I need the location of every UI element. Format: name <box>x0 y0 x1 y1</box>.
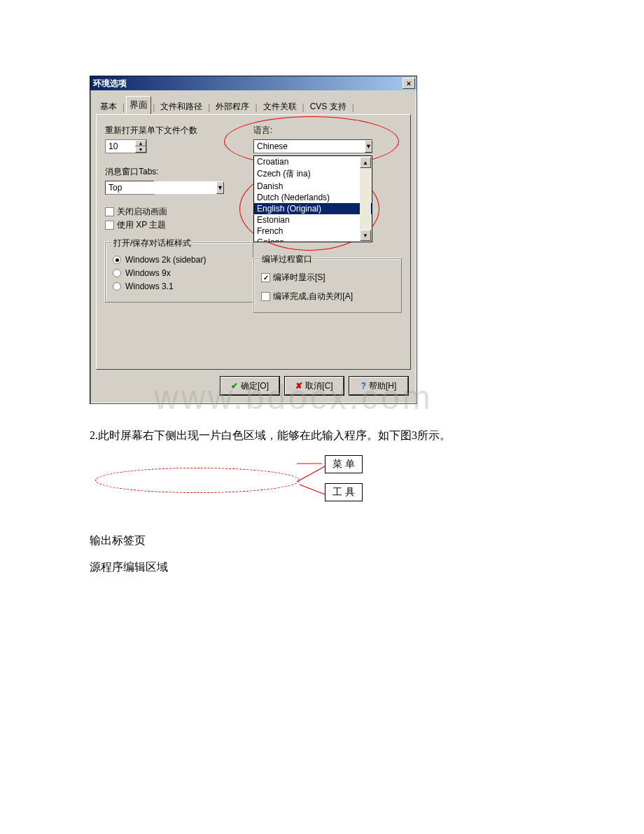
label-output-tab: 输出标签页 <box>90 534 146 548</box>
language-option[interactable]: Galego <box>254 237 372 242</box>
scrollbar[interactable]: ▲ ▼ <box>360 157 371 241</box>
reopen-count-input[interactable] <box>106 140 135 153</box>
tab-bar: 基本 | 界面 | 文件和路径 | 外部程序 | 文件关联 | CVS 支持 | <box>96 96 411 114</box>
chevron-down-icon[interactable]: ▼ <box>216 181 224 194</box>
annotation-dashed-ellipse <box>95 468 300 493</box>
radio-icon[interactable] <box>113 282 121 291</box>
tab-external-programs[interactable]: 外部程序 <box>211 99 253 115</box>
tab-file-assoc[interactable]: 文件关联 <box>259 99 301 115</box>
language-option[interactable]: Czech (蒨 ina) <box>254 167 372 181</box>
help-button[interactable]: ? 帮助[H] <box>349 377 408 395</box>
language-dropdown-list[interactable]: Croatian Czech (蒨 ina) Danish Dutch (Ned… <box>253 155 372 242</box>
msg-tabs-combo[interactable]: ▼ <box>105 181 154 195</box>
tab-interface[interactable]: 界面 <box>126 96 151 114</box>
tab-separator: | <box>301 100 306 114</box>
spin-down-icon[interactable]: ▼ <box>135 146 146 153</box>
group-compile-legend: 编译过程窗口 <box>260 253 314 265</box>
callout-tools-label: 工 具 <box>332 486 355 497</box>
annotation-diagram: 菜 单 工 具 <box>90 455 412 525</box>
environment-options-dialog: 环境选项 × 基本 | 界面 | 文件和路径 | 外部程序 | 文件关联 | C… <box>90 76 417 404</box>
chevron-down-icon[interactable]: ▼ <box>365 140 372 153</box>
language-option[interactable]: Danish <box>254 181 372 192</box>
tab-cvs-support[interactable]: CVS 支持 <box>306 99 351 115</box>
svg-line-2 <box>300 485 325 494</box>
tab-files-paths[interactable]: 文件和路径 <box>156 99 206 115</box>
right-column: 语言: ▼ Croatian Czech (蒨 ina) Danish Du <box>253 125 402 313</box>
radio-win9x-label: Windows 9x <box>125 268 171 278</box>
cancel-label: 取消[C] <box>305 380 332 392</box>
checkbox-icon[interactable]: ✓ <box>261 273 270 282</box>
language-value[interactable] <box>254 140 365 153</box>
chk-close-splash-row[interactable]: 关闭启动画面 <box>105 206 253 218</box>
group-dialog-style: 打开/保存对话框样式 Windows 2k (sidebar) Windows … <box>105 242 253 303</box>
language-option[interactable]: Estonian <box>254 214 372 225</box>
question-icon: ? <box>361 381 366 391</box>
radio-win9x-row[interactable]: Windows 9x <box>113 268 246 278</box>
msg-tabs-value[interactable] <box>106 181 216 194</box>
radio-icon[interactable] <box>113 256 121 264</box>
svg-line-1 <box>297 466 325 482</box>
chk-close-splash-label: 关闭启动画面 <box>117 206 167 218</box>
radio-win2k-label: Windows 2k (sidebar) <box>125 255 206 265</box>
language-option[interactable]: Croatian <box>254 156 372 167</box>
group-compile-window: 编译过程窗口 ✓ 编译时显示[S] 编译完成,自动关闭[A] <box>253 258 402 313</box>
chk-autoclose-label: 编译完成,自动关闭[A] <box>273 291 353 303</box>
x-icon: ✘ <box>295 381 302 391</box>
callout-menu: 菜 单 <box>325 455 363 473</box>
radio-icon[interactable] <box>113 269 121 277</box>
tab-separator: | <box>253 100 258 114</box>
language-label: 语言: <box>253 125 402 137</box>
tab-panel-interface: 重新打开菜单下文件个数 ▲ ▼ 消息窗口Tabs: ▼ <box>96 114 411 370</box>
spin-up-icon[interactable]: ▲ <box>135 140 146 146</box>
tab-basic[interactable]: 基本 <box>96 99 121 115</box>
scroll-down-icon[interactable]: ▼ <box>360 230 371 241</box>
tab-separator: | <box>121 100 126 114</box>
callout-menu-label: 菜 单 <box>332 458 355 469</box>
reopen-count-spinner[interactable]: ▲ ▼ <box>105 139 147 153</box>
group-dialog-style-legend: 打开/保存对话框样式 <box>111 237 193 249</box>
check-icon: ✔ <box>231 381 238 391</box>
radio-win31-row[interactable]: Windows 3.1 <box>113 282 246 291</box>
msg-tabs-label: 消息窗口Tabs: <box>105 166 253 178</box>
chk-show-on-compile-label: 编译时显示[S] <box>273 272 326 284</box>
help-label: 帮助[H] <box>369 380 396 392</box>
chk-xp-theme-label: 使用 XP 主题 <box>117 219 166 231</box>
titlebar[interactable]: 环境选项 × <box>90 76 416 90</box>
radio-win2k-row[interactable]: Windows 2k (sidebar) <box>113 255 246 265</box>
language-option-selected[interactable]: English (Original) <box>254 203 372 214</box>
ok-button[interactable]: ✔ 确定[O] <box>220 377 279 395</box>
checkbox-icon[interactable] <box>261 292 270 301</box>
left-column: 重新打开菜单下文件个数 ▲ ▼ 消息窗口Tabs: ▼ <box>105 125 253 313</box>
language-option[interactable]: French <box>254 225 372 237</box>
chk-show-on-compile-row[interactable]: ✓ 编译时显示[S] <box>261 272 394 284</box>
radio-win31-label: Windows 3.1 <box>125 282 174 291</box>
dialog-title: 环境选项 <box>93 78 402 90</box>
ok-label: 确定[O] <box>241 380 269 392</box>
close-icon: × <box>407 79 411 88</box>
reopen-count-label: 重新打开菜单下文件个数 <box>105 125 253 137</box>
dialog-button-row: ✔ 确定[O] ✘ 取消[C] ? 帮助[H] <box>90 370 416 403</box>
chk-autoclose-row[interactable]: 编译完成,自动关闭[A] <box>261 291 394 303</box>
label-source-edit-area: 源程序编辑区域 <box>90 560 168 575</box>
scroll-track[interactable] <box>360 168 371 230</box>
callout-tools: 工 具 <box>325 483 363 501</box>
checkbox-icon[interactable] <box>105 221 114 230</box>
language-combo[interactable]: ▼ <box>253 139 372 153</box>
instruction-paragraph: 2.此时屏幕右下侧出现一片白色区域，能够在此输入程序。如下图3所示。 <box>90 429 451 443</box>
tab-separator: | <box>351 100 356 114</box>
cancel-button[interactable]: ✘ 取消[C] <box>285 377 344 395</box>
chk-xp-theme-row[interactable]: 使用 XP 主题 <box>105 219 253 231</box>
close-button[interactable]: × <box>402 78 415 89</box>
checkbox-icon[interactable] <box>105 207 114 216</box>
tab-separator: | <box>206 100 211 114</box>
tab-separator: | <box>151 100 156 114</box>
scroll-up-icon[interactable]: ▲ <box>360 157 371 168</box>
language-option[interactable]: Dutch (Nederlands) <box>254 192 372 203</box>
